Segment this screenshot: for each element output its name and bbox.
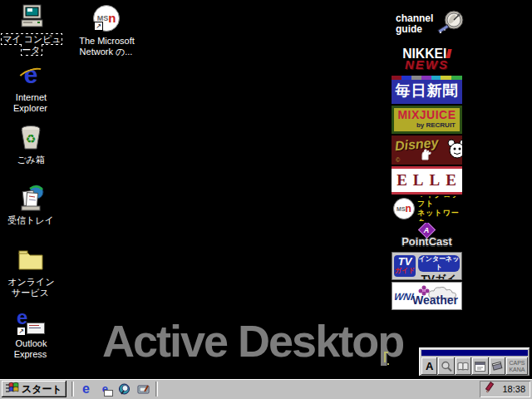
ime-pen-icon[interactable]: [485, 382, 498, 397]
my-computer-icon: [17, 3, 46, 32]
channel-bar: NIKKEI NEWS 毎日新聞 MIXJUICE by RECRUIT Dis…: [392, 46, 462, 310]
ime-toolbar[interactable]: A: [419, 347, 530, 377]
desktop-icon-label: マイ コンピュータ: [0, 34, 63, 56]
glove-icon: [420, 149, 433, 164]
desktop-icon-label: オンライン サービス: [5, 277, 57, 298]
ime-toolbar-titlebar[interactable]: [421, 350, 528, 356]
channel-disney[interactable]: Disney ©: [392, 135, 462, 165]
taskbar-separator[interactable]: [71, 382, 74, 397]
ime-properties-button[interactable]: [472, 357, 488, 375]
msn-icon: MSn ↗: [92, 5, 121, 33]
desktop-icon-label: Internet Explorer: [5, 92, 57, 114]
ime-dictionary-button[interactable]: [456, 357, 471, 375]
shortcut-arrow-icon: ↗: [94, 22, 103, 31]
ime-wordbook-button[interactable]: [490, 357, 505, 375]
desktop-icon-label: 受信トレイ: [5, 215, 57, 226]
desktop-icon-my-computer[interactable]: マイ コンピュータ: [0, 3, 63, 56]
outlook-express-icon: e ↗: [17, 308, 45, 336]
desktop: マイ コンピュータ MSn ↗ The Microsoft Network の.…: [0, 0, 532, 399]
start-button-label: スタート: [22, 382, 62, 397]
ime-input-mode-button[interactable]: A: [421, 357, 437, 375]
windows-flag-icon: [6, 382, 19, 397]
desktop-icon-inbox[interactable]: 受信トレイ: [5, 185, 57, 226]
internet-explorer-icon: e: [17, 62, 45, 90]
taskbar: スタート e e: [0, 379, 532, 399]
msn-logo-icon: MSn: [393, 198, 415, 219]
desktop-icon-internet-explorer[interactable]: e Internet Explorer: [5, 62, 57, 114]
channel-tv-guide[interactable]: TV ガイド インターネット TVガイド: [392, 252, 462, 280]
desktop-icon-msn[interactable]: MSn ↗ The Microsoft Network の...: [66, 5, 146, 57]
desktop-icon-outlook-express[interactable]: e ↗ Outlook Express: [5, 308, 57, 360]
outlook-express-icon[interactable]: e: [98, 382, 112, 397]
channel-guide-label: guide: [396, 24, 433, 35]
channel-pointcast[interactable]: A PointCast: [392, 223, 462, 250]
desktop-icon-label: The Microsoft Network の...: [66, 36, 146, 57]
desktop-icon-online-services[interactable]: オンライン サービス: [5, 246, 57, 298]
channel-wni-weather[interactable]: WNI Weather: [392, 282, 462, 310]
shortcut-arrow-icon: ↗: [17, 327, 26, 336]
active-desktop-watermark: Active Desktop: [102, 315, 420, 367]
taskbar-separator[interactable]: [155, 382, 158, 397]
quick-launch-bar: e e: [76, 382, 153, 397]
inbox-icon: [17, 185, 45, 213]
tray-clock[interactable]: 18:38: [502, 384, 525, 394]
text-cursor-artifact: [384, 352, 392, 366]
mickey-icon: [446, 139, 462, 164]
channel-guide[interactable]: channel guide: [396, 8, 466, 43]
channel-nikkei-news[interactable]: NIKKEI NEWS: [392, 46, 462, 74]
channel-mixjuice[interactable]: MIXJUICE by RECRUIT: [392, 106, 462, 134]
desktop-icon-label: ごみ箱: [5, 155, 57, 165]
tv-guide-logo: TV ガイド: [394, 255, 416, 277]
channel-msn[interactable]: MSn マイクロソフト ネットワーク: [392, 196, 462, 221]
ime-magnifier-button[interactable]: [438, 357, 454, 375]
satellite-dish-icon: [435, 8, 466, 43]
svg-text:♻: ♻: [26, 132, 37, 145]
recycle-bin-icon: ♻: [17, 124, 45, 152]
internet-explorer-icon[interactable]: e: [79, 382, 93, 397]
start-button[interactable]: スタート: [2, 381, 66, 397]
channel-elle[interactable]: ELLE: [392, 166, 462, 195]
channel-mainichi-shimbun[interactable]: 毎日新聞: [392, 76, 462, 104]
desktop-icon-recycle-bin[interactable]: ♻ ごみ箱: [5, 124, 57, 165]
desktop-icon-label: Outlook Express: [5, 338, 57, 360]
system-tray: 18:38: [480, 381, 530, 397]
show-desktop-icon[interactable]: [136, 382, 150, 397]
ime-caps-kana-indicator[interactable]: CAPS KANA: [506, 357, 528, 375]
view-channels-icon[interactable]: [117, 382, 131, 397]
folder-icon: [17, 246, 45, 274]
